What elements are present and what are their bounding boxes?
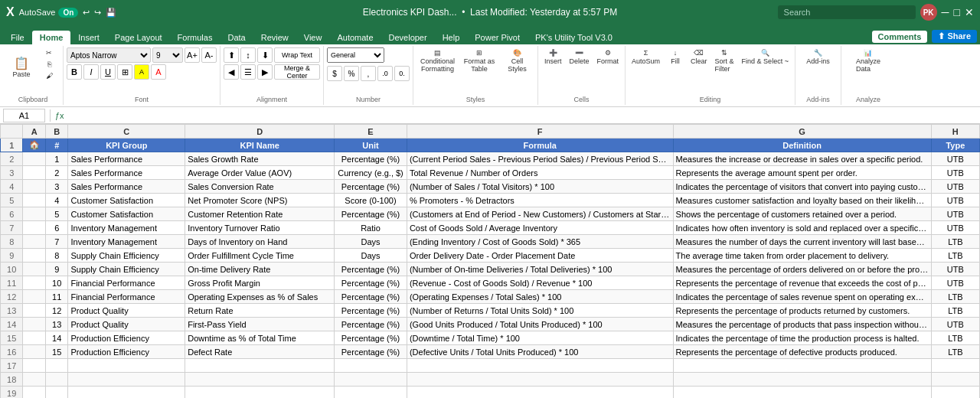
table-cell[interactable]: 7 <box>1 221 23 235</box>
table-cell[interactable]: 6 <box>1 207 23 221</box>
analyze-data-button[interactable]: 📊 AnalyzeData <box>853 47 884 74</box>
table-cell[interactable]: Inventory Turnover Ratio <box>185 221 335 235</box>
empty-cell[interactable] <box>931 359 979 373</box>
tab-pk-utility[interactable]: PK's Utility Tool V3.0 <box>528 31 620 44</box>
table-cell[interactable]: Measures the number of days the current … <box>673 235 931 249</box>
table-cell[interactable]: (Number of Returns / Total Units Sold) *… <box>407 304 673 318</box>
col-header-d[interactable]: D <box>185 125 335 139</box>
table-cell[interactable]: Represents the percentage of revenue tha… <box>673 276 931 290</box>
formula-input[interactable] <box>67 109 977 122</box>
table-cell[interactable]: Indicates the percentage of time the pro… <box>673 331 931 345</box>
autosum-button[interactable]: Σ AutoSum <box>629 47 663 67</box>
table-cell[interactable]: Customer Retention Rate <box>185 207 335 221</box>
table-cell[interactable]: Measures the percentage of products that… <box>673 318 931 331</box>
table-cell[interactable]: UTB <box>931 318 979 331</box>
table-cell[interactable]: LTB <box>931 290 979 304</box>
table-cell[interactable]: (Ending Inventory / Cost of Goods Sold) … <box>407 235 673 249</box>
empty-cell[interactable] <box>185 373 335 387</box>
table-cell[interactable]: Financial Performance <box>68 290 185 304</box>
table-cell[interactable] <box>23 194 45 207</box>
table-cell[interactable]: Operating Expenses as % of Sales <box>185 290 335 304</box>
table-cell[interactable]: UTB <box>931 152 979 166</box>
table-cell[interactable]: The average time taken from order placem… <box>673 249 931 263</box>
align-right-button[interactable]: ▶ <box>257 64 273 80</box>
tab-automate[interactable]: Automate <box>329 31 381 44</box>
empty-cell[interactable] <box>23 387 45 399</box>
tab-help[interactable]: Help <box>435 31 468 44</box>
format-as-table-button[interactable]: ⊞ Format asTable <box>460 47 498 74</box>
table-cell[interactable] <box>23 180 45 194</box>
table-cell[interactable]: 14 <box>1 318 23 331</box>
table-cell[interactable]: Percentage (%) <box>335 180 407 194</box>
table-cell[interactable]: 6 <box>45 221 67 235</box>
table-cell[interactable]: Inventory Management <box>68 221 185 235</box>
table-cell[interactable]: 9 <box>1 249 23 263</box>
cut-button[interactable]: ✂ <box>38 47 60 58</box>
font-decrease-button[interactable]: A- <box>201 47 217 63</box>
save-icon[interactable]: 💾 <box>106 8 116 18</box>
underline-button[interactable]: U <box>100 64 116 80</box>
table-cell[interactable]: UTB <box>931 194 979 207</box>
table-cell[interactable]: Measures the percentage of orders delive… <box>673 263 931 276</box>
delete-button[interactable]: ➖ Delete <box>567 47 593 67</box>
restore-btn[interactable]: □ <box>954 6 960 18</box>
table-cell[interactable]: 9 <box>45 263 67 276</box>
table-cell[interactable] <box>23 331 45 345</box>
table-cell[interactable]: Sales Performance <box>68 152 185 166</box>
table-cell[interactable]: Score (0-100) <box>335 194 407 207</box>
table-cell[interactable]: UTB <box>931 180 979 194</box>
empty-cell[interactable] <box>335 387 407 399</box>
table-cell[interactable]: Downtime as % of Total Time <box>185 331 335 345</box>
table-cell[interactable] <box>23 290 45 304</box>
table-cell[interactable]: Defect Rate <box>185 345 335 359</box>
paste-button[interactable]: 📋 Paste <box>6 47 37 87</box>
table-cell[interactable]: Percentage (%) <box>335 290 407 304</box>
table-cell[interactable]: Represents the percentage of defective p… <box>673 345 931 359</box>
col-header-f[interactable]: F <box>407 125 673 139</box>
align-center-button[interactable]: ☰ <box>240 64 256 80</box>
table-cell[interactable]: % Promoters - % Detractors <box>407 194 673 207</box>
border-button[interactable]: ⊞ <box>117 64 132 80</box>
table-cell[interactable]: (Current Period Sales - Previous Period … <box>407 152 673 166</box>
table-cell[interactable]: 10 <box>45 276 67 290</box>
col-header-b[interactable]: B <box>45 125 67 139</box>
table-cell[interactable]: 14 <box>45 331 67 345</box>
table-cell[interactable]: (Number of On-time Deliveries / Total De… <box>407 263 673 276</box>
empty-cell[interactable] <box>45 373 67 387</box>
table-cell[interactable]: 10 <box>1 263 23 276</box>
table-cell[interactable]: Production Efficiency <box>68 331 185 345</box>
table-cell[interactable]: Currency (e.g., $) <box>335 166 407 180</box>
tab-power-pivot[interactable]: Power Pivot <box>467 31 528 44</box>
table-cell[interactable]: Production Efficiency <box>68 345 185 359</box>
tab-developer[interactable]: Developer <box>381 31 435 44</box>
table-cell[interactable]: Percentage (%) <box>335 345 407 359</box>
table-cell[interactable]: Indicates the percentage of visitors tha… <box>673 180 931 194</box>
table-cell[interactable]: (Customers at End of Period - New Custom… <box>407 207 673 221</box>
table-cell[interactable]: 2 <box>1 152 23 166</box>
table-cell[interactable]: Ratio <box>335 221 407 235</box>
conditional-formatting-button[interactable]: ▤ ConditionalFormatting <box>416 47 459 74</box>
table-cell[interactable]: 3 <box>1 166 23 180</box>
empty-cell[interactable] <box>23 373 45 387</box>
italic-button[interactable]: I <box>83 64 99 80</box>
empty-cell[interactable] <box>407 373 673 387</box>
number-format-select[interactable]: General <box>327 47 384 63</box>
table-cell[interactable]: UTB <box>931 221 979 235</box>
table-cell[interactable]: Represents the average amount spent per … <box>673 166 931 180</box>
table-cell[interactable]: (Downtime / Total Time) * 100 <box>407 331 673 345</box>
redo-icon[interactable]: ↪ <box>94 8 101 18</box>
col-header-c[interactable]: C <box>68 125 185 139</box>
align-top-button[interactable]: ⬆ <box>224 47 239 63</box>
table-cell[interactable]: Percentage (%) <box>335 207 407 221</box>
table-cell[interactable]: 5 <box>45 207 67 221</box>
font-color-button[interactable]: A <box>151 64 166 80</box>
table-cell[interactable]: Order Delivery Date - Order Placement Da… <box>407 249 673 263</box>
table-cell[interactable]: 16 <box>1 345 23 359</box>
table-cell[interactable]: Measures customer satisfaction and loyal… <box>673 194 931 207</box>
table-cell[interactable]: LTB <box>931 304 979 318</box>
tab-page-layout[interactable]: Page Layout <box>107 31 170 44</box>
empty-cell[interactable] <box>335 359 407 373</box>
table-cell[interactable]: Gross Profit Margin <box>185 276 335 290</box>
table-cell[interactable]: Percentage (%) <box>335 152 407 166</box>
table-cell[interactable]: Percentage (%) <box>335 318 407 331</box>
